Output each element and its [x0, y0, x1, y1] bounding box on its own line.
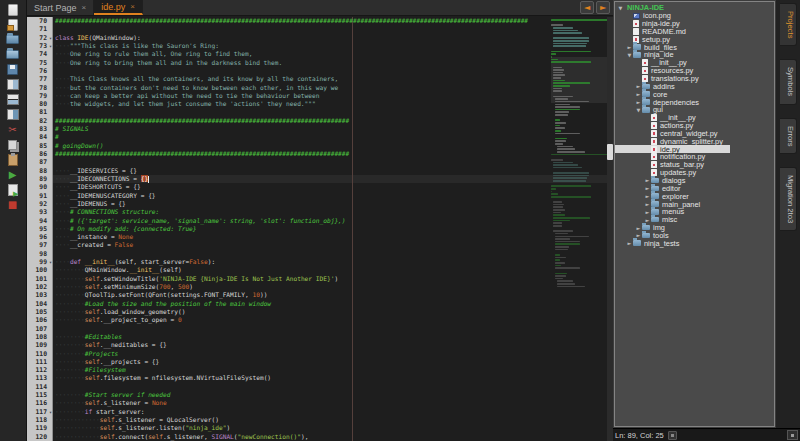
fold-marker-icon[interactable]: ▾: [49, 408, 52, 416]
line-number[interactable]: 80: [27, 100, 52, 108]
tab-start-page[interactable]: Start Page×: [27, 0, 94, 15]
code-editor[interactable]: ########################################…: [53, 17, 613, 441]
expander-icon[interactable]: ►: [626, 240, 633, 246]
line-number[interactable]: 114: [27, 383, 52, 391]
console-icon[interactable]: [668, 431, 677, 440]
side-tab-migration-2to3[interactable]: Migration 2to3: [780, 167, 797, 231]
side-tab-errors[interactable]: Errors: [780, 118, 797, 155]
tree-item-ninja-tests[interactable]: ►ninja_tests: [615, 239, 774, 247]
line-number-gutter[interactable]: 707172▾73▾747576777879808182838485868788…: [27, 17, 53, 441]
tree-item-tools[interactable]: ►tools: [615, 231, 774, 239]
tree-item-ninja-ide[interactable]: ▼NINJA-IDE: [615, 4, 774, 12]
save-button[interactable]: [0, 62, 25, 77]
line-number[interactable]: 73▾: [27, 42, 52, 50]
run-project-button[interactable]: ▶: [0, 167, 25, 182]
new-project-button[interactable]: [0, 17, 25, 32]
side-tab-symbols[interactable]: Symbols: [780, 59, 797, 104]
follow-mode-button[interactable]: [0, 107, 25, 122]
line-number[interactable]: 93: [27, 208, 52, 216]
tree-item-addins[interactable]: ►addins: [615, 82, 774, 90]
line-number[interactable]: 83: [27, 125, 52, 133]
line-number[interactable]: 77: [27, 75, 52, 83]
line-number[interactable]: 97: [27, 241, 52, 249]
line-number[interactable]: 112: [27, 366, 52, 374]
open-project-button[interactable]: [0, 47, 25, 62]
tree-item-readme-md[interactable]: README.md: [615, 28, 774, 36]
tree-item-menus[interactable]: ►menus: [615, 208, 774, 216]
line-number[interactable]: 94: [27, 217, 52, 225]
expander-icon[interactable]: ►: [635, 232, 642, 238]
line-number[interactable]: 109: [27, 341, 52, 349]
line-number[interactable]: 116: [27, 399, 52, 407]
tree-item--init-py[interactable]: __init__.py: [615, 114, 774, 122]
line-number[interactable]: 105: [27, 308, 52, 316]
line-number[interactable]: 89: [27, 175, 52, 183]
side-tab-projects[interactable]: Projects: [780, 3, 797, 46]
tree-item-icon-png[interactable]: icon.png: [615, 12, 774, 20]
expander-icon[interactable]: ►: [644, 201, 651, 207]
line-number[interactable]: 72▾: [27, 34, 52, 42]
line-number[interactable]: 113: [27, 374, 52, 382]
line-number[interactable]: 103: [27, 291, 52, 299]
line-number[interactable]: 91: [27, 192, 52, 200]
tree-item-dependencies[interactable]: ►dependencies: [615, 98, 774, 106]
panel-toggle-icon[interactable]: [787, 430, 798, 440]
line-number[interactable]: 100: [27, 266, 52, 274]
tab-ide-py[interactable]: ide.py×: [94, 0, 143, 15]
tree-item-img[interactable]: ►img: [615, 224, 774, 232]
fold-marker-icon[interactable]: ▾: [49, 42, 52, 50]
expander-icon[interactable]: ►: [644, 185, 651, 191]
run-file-button[interactable]: [0, 182, 25, 197]
line-number[interactable]: 79: [27, 92, 52, 100]
open-file-button[interactable]: [0, 32, 25, 47]
line-number[interactable]: 70: [27, 17, 52, 25]
line-number[interactable]: 98: [27, 250, 52, 258]
split-horizontal-button[interactable]: [0, 77, 25, 92]
line-number[interactable]: 90: [27, 183, 52, 191]
paste-button[interactable]: [0, 152, 25, 167]
line-number[interactable]: 99▾: [27, 258, 52, 266]
expander-icon[interactable]: ►: [644, 209, 651, 215]
tree-item-ninja-ide-py[interactable]: ninja-ide.py: [615, 20, 774, 28]
line-number[interactable]: 107: [27, 325, 52, 333]
expander-icon[interactable]: ►: [644, 177, 651, 183]
line-number[interactable]: 75: [27, 59, 52, 67]
cut-button[interactable]: ✂: [0, 122, 25, 137]
line-number[interactable]: 101: [27, 275, 52, 283]
line-number[interactable]: 117▾: [27, 408, 52, 416]
tree-item-translations-py[interactable]: translations.py: [615, 75, 774, 83]
line-number[interactable]: 104: [27, 300, 52, 308]
line-number[interactable]: 119: [27, 424, 52, 432]
line-number[interactable]: 87: [27, 158, 52, 166]
tree-item-ninja-ide[interactable]: ▼ninja_ide: [615, 51, 774, 59]
line-number[interactable]: 96: [27, 233, 52, 241]
line-number[interactable]: 108: [27, 333, 52, 341]
line-number[interactable]: 111: [27, 358, 52, 366]
line-number[interactable]: 110: [27, 350, 52, 358]
tree-item-updates-py[interactable]: updates.py: [615, 169, 774, 177]
line-number[interactable]: 81: [27, 108, 52, 116]
line-number[interactable]: 118: [27, 416, 52, 424]
line-number[interactable]: 102: [27, 283, 52, 291]
tree-item--init-py[interactable]: __init__.py: [615, 59, 774, 67]
nav-forward-button[interactable]: ►: [596, 1, 610, 14]
line-number[interactable]: 92: [27, 200, 52, 208]
tree-item-dialogs[interactable]: ►dialogs: [615, 177, 774, 185]
line-number[interactable]: 74: [27, 50, 52, 58]
expander-icon[interactable]: ►: [635, 83, 642, 89]
line-number[interactable]: 71: [27, 25, 52, 33]
expander-icon[interactable]: ▼: [617, 5, 624, 11]
tree-item-dynamic-splitter-py[interactable]: dynamic_splitter.py: [615, 137, 774, 145]
line-number[interactable]: 95: [27, 225, 52, 233]
expander-icon[interactable]: ►: [644, 217, 651, 223]
line-number[interactable]: 106: [27, 316, 52, 324]
line-number[interactable]: 88: [27, 167, 52, 175]
fold-marker-icon[interactable]: ▾: [49, 258, 52, 266]
line-number[interactable]: 84: [27, 133, 52, 141]
line-number[interactable]: 115: [27, 391, 52, 399]
new-file-button[interactable]: [0, 2, 25, 17]
line-number[interactable]: 86: [27, 150, 52, 158]
expander-icon[interactable]: ►: [635, 91, 642, 97]
line-number[interactable]: 85: [27, 142, 52, 150]
expander-icon[interactable]: ►: [635, 99, 642, 105]
